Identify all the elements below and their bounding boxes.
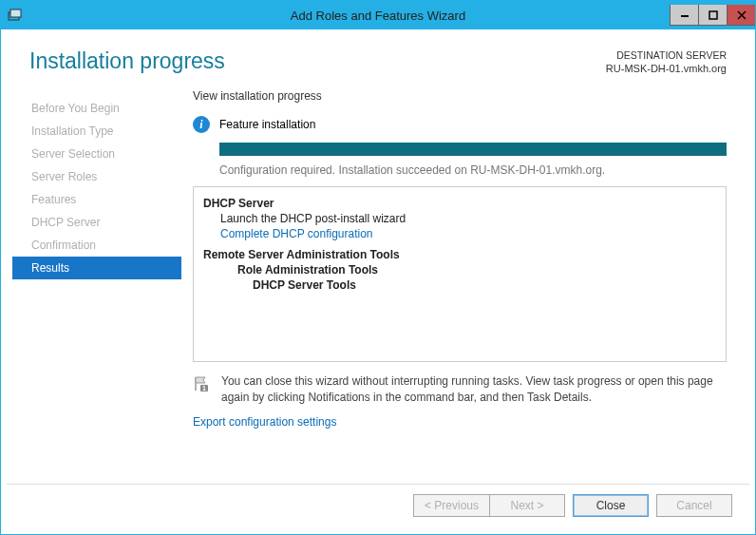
destination-value: RU-MSK-DH-01.vmkh.org — [606, 62, 727, 76]
progress-bar — [219, 143, 727, 156]
destination-server: DESTINATION SERVER RU-MSK-DH-01.vmkh.org — [606, 48, 727, 76]
maximize-button[interactable] — [698, 5, 727, 26]
window-title: Add Roles and Features Wizard — [291, 9, 465, 23]
detail-dhcp-server: DHCP Server — [203, 197, 716, 210]
sidebar-item-installation-type: Installation Type — [12, 120, 181, 143]
sidebar-item-results: Results — [12, 257, 181, 279]
svg-rect-3 — [709, 11, 717, 19]
detail-role-admin: Role Administration Tools — [237, 263, 716, 277]
sidebar-item-confirmation: Confirmation — [12, 234, 181, 257]
server-manager-icon — [7, 7, 24, 24]
wizard-sidebar: Before You Begin Installation Type Serve… — [12, 86, 181, 484]
sidebar-item-server-selection: Server Selection — [12, 143, 181, 165]
next-button: Next > — [489, 494, 565, 517]
detail-dhcp-tools: DHCP Server Tools — [253, 278, 716, 292]
info-icon: i — [193, 116, 210, 133]
close-window-button[interactable] — [727, 5, 755, 26]
destination-label: DESTINATION SERVER — [606, 48, 727, 62]
detail-rsat: Remote Server Administration Tools — [203, 248, 716, 261]
cancel-button: Cancel — [656, 494, 732, 517]
minimize-button[interactable] — [670, 5, 698, 26]
wizard-footer: < Previous Next > Close Cancel — [7, 484, 749, 528]
complete-dhcp-link[interactable]: Complete DHCP configuration — [220, 227, 716, 240]
svg-text:1: 1 — [202, 385, 206, 392]
status-text: Configuration required. Installation suc… — [219, 163, 727, 177]
main-subheading: View installation progress — [193, 89, 727, 103]
titlebar: Add Roles and Features Wizard — [1, 1, 755, 29]
export-config-link[interactable]: Export configuration settings — [193, 415, 727, 429]
sidebar-item-features: Features — [12, 188, 181, 211]
feature-install-label: Feature installation — [219, 118, 315, 131]
sidebar-item-dhcp-server: DHCP Server — [12, 211, 181, 234]
notifications-flag-icon: 1 — [193, 375, 210, 392]
detail-launch-text: Launch the DHCP post-install wizard — [220, 212, 716, 225]
sidebar-item-server-roles: Server Roles — [12, 165, 181, 188]
svg-rect-1 — [10, 10, 21, 17]
previous-button: < Previous — [413, 494, 489, 517]
sidebar-item-before-you-begin: Before You Begin — [12, 97, 181, 120]
install-details: DHCP Server Launch the DHCP post-install… — [193, 186, 727, 362]
page-title: Installation progress — [29, 48, 225, 74]
footnote-text: You can close this wizard without interr… — [221, 373, 727, 406]
main-panel: View installation progress i Feature ins… — [181, 86, 742, 484]
close-button[interactable]: Close — [573, 494, 649, 517]
